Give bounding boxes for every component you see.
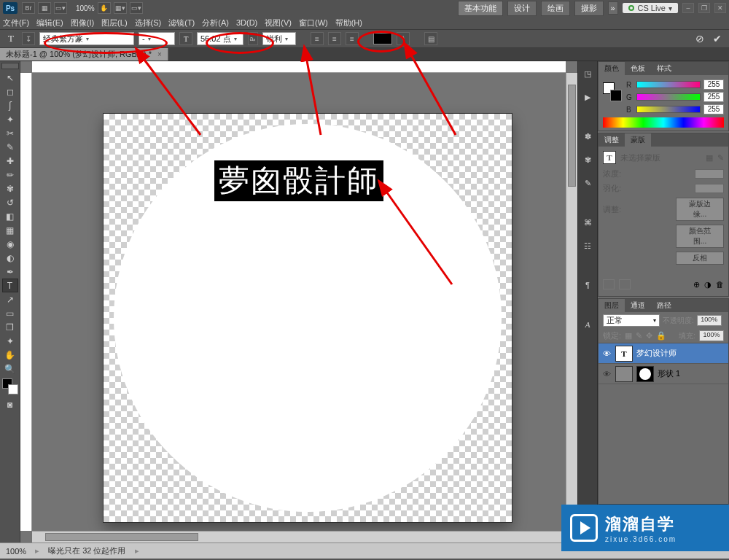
- lock-all-icon[interactable]: 🔒: [656, 331, 666, 341]
- bridge-icon[interactable]: Br: [22, 2, 35, 14]
- color-range-button[interactable]: 颜色范围...: [676, 225, 724, 248]
- screen-mode-icon[interactable]: ▭▾: [130, 2, 143, 14]
- color-swap-icon[interactable]: [2, 378, 18, 394]
- menu-3d[interactable]: 3D(D): [236, 18, 257, 27]
- lock-paint-icon[interactable]: ✎: [636, 331, 642, 341]
- mask-foot-2-icon[interactable]: [619, 279, 631, 289]
- cs-live[interactable]: CS Live ▾: [623, 3, 678, 13]
- menu-window[interactable]: 窗口(W): [299, 18, 328, 28]
- canvas[interactable]: 夢囪骰計師: [104, 114, 512, 522]
- eyedropper-tool-icon[interactable]: ✎: [2, 140, 18, 154]
- text-color-swatch[interactable]: [373, 33, 392, 44]
- zoom-tool-icon[interactable]: 🔍: [2, 362, 18, 376]
- path-select-icon[interactable]: ↗: [2, 292, 18, 306]
- move-tool-icon[interactable]: ↖: [2, 71, 18, 85]
- layer-row-shape[interactable]: 👁 形状 1: [599, 364, 728, 384]
- menu-analysis[interactable]: 分析(A): [202, 18, 229, 28]
- window-min-icon[interactable]: –: [682, 3, 694, 13]
- brush-panel-icon[interactable]: ✽: [580, 128, 596, 144]
- menu-view[interactable]: 视图(V): [265, 18, 292, 28]
- color-spectrum[interactable]: [603, 117, 724, 128]
- cancel-edit-icon[interactable]: ⊘: [693, 31, 707, 46]
- 3d-tool-icon[interactable]: ❒: [2, 320, 18, 334]
- tab-layers[interactable]: 图层: [599, 299, 625, 312]
- layer-name-2[interactable]: 形状 1: [658, 368, 680, 379]
- char-a-icon[interactable]: A: [580, 316, 596, 332]
- tab-adjust[interactable]: 调整: [599, 133, 625, 147]
- menu-filter[interactable]: 滤镜(T): [168, 18, 195, 28]
- vector-mask-icon[interactable]: ✎: [717, 153, 724, 163]
- g-slider[interactable]: [636, 93, 701, 101]
- menu-file[interactable]: 文件(F): [3, 18, 29, 28]
- ruler-horizontal[interactable]: [32, 61, 566, 73]
- mask-trash-icon[interactable]: 🗑: [716, 280, 724, 289]
- mask-edge-button[interactable]: 蒙版边缘...: [676, 198, 724, 221]
- blend-mode-select[interactable]: 正常▾: [603, 314, 660, 327]
- lock-pos-icon[interactable]: ✥: [646, 331, 652, 341]
- font-family-select[interactable]: 经典繁方篆▾: [39, 32, 134, 45]
- type-tool-icon[interactable]: T: [2, 279, 18, 292]
- menu-select[interactable]: 选择(S): [135, 18, 162, 28]
- pixel-mask-icon[interactable]: ▦: [706, 153, 713, 163]
- history-panel-icon[interactable]: ◳: [580, 66, 596, 82]
- character-panel-icon[interactable]: ▤: [424, 32, 437, 45]
- density-value[interactable]: [695, 169, 724, 179]
- panel-color-swap[interactable]: [603, 82, 622, 101]
- g-value[interactable]: 255: [703, 92, 724, 102]
- workspace-more[interactable]: »: [608, 1, 618, 15]
- warp-text-icon[interactable]: ⌇: [397, 32, 410, 45]
- mini-bridge-icon[interactable]: ▦: [38, 2, 51, 14]
- heal-tool-icon[interactable]: ✚: [2, 154, 18, 168]
- pen-tool-icon[interactable]: ✒: [2, 265, 18, 279]
- shape-tool-icon[interactable]: ▭: [2, 306, 18, 320]
- scrollbar-horizontal[interactable]: [32, 531, 577, 542]
- marquee-tool-icon[interactable]: ◻: [2, 85, 18, 98]
- antialias-select[interactable]: 锐利▾: [262, 32, 296, 45]
- mask-link-icon[interactable]: ⊕: [693, 280, 700, 289]
- gradient-tool-icon[interactable]: ▦: [2, 223, 18, 237]
- brush-presets-icon[interactable]: ✎: [580, 175, 596, 191]
- actions-panel-icon[interactable]: ▶: [580, 89, 596, 105]
- opacity-value[interactable]: 100%: [697, 315, 722, 326]
- mask-apply-icon[interactable]: ◑: [704, 280, 712, 289]
- tab-styles[interactable]: 样式: [651, 62, 677, 75]
- font-style-select[interactable]: -▾: [139, 32, 175, 45]
- status-zoom[interactable]: 100%: [6, 547, 26, 556]
- r-slider[interactable]: [636, 81, 701, 88]
- lock-trans-icon[interactable]: ▦: [625, 331, 632, 341]
- align-center-icon[interactable]: ≡: [328, 32, 341, 45]
- menu-image[interactable]: 图像(I): [71, 18, 94, 28]
- text-orientation-icon[interactable]: ↧: [22, 32, 35, 45]
- workspace-photography[interactable]: 摄影: [574, 1, 604, 16]
- menu-layer[interactable]: 图层(L): [101, 18, 127, 28]
- hand-tool-icon[interactable]: ✋: [2, 348, 18, 362]
- layer-visibility-icon[interactable]: 👁: [601, 349, 612, 359]
- window-close-icon[interactable]: ✕: [714, 3, 726, 13]
- window-restore-icon[interactable]: ❐: [698, 3, 710, 13]
- workspace-design[interactable]: 设计: [507, 1, 537, 16]
- commit-edit-icon[interactable]: ✔: [710, 31, 725, 46]
- tab-swatches[interactable]: 色板: [625, 62, 651, 75]
- top-zoom[interactable]: 100%: [76, 4, 95, 12]
- wand-tool-icon[interactable]: ✦: [2, 112, 18, 126]
- align-left-icon[interactable]: ≡: [311, 32, 324, 45]
- para-panel-icon[interactable]: ☷: [580, 238, 596, 254]
- menu-help[interactable]: 帮助(H): [335, 18, 362, 28]
- history-brush-icon[interactable]: ↺: [2, 195, 18, 209]
- paragraph-panel-icon[interactable]: ¶: [580, 277, 596, 293]
- blur-tool-icon[interactable]: ◉: [2, 237, 18, 251]
- view-extras-icon[interactable]: ▭▾: [54, 2, 67, 14]
- tab-channels[interactable]: 通道: [625, 299, 651, 312]
- eraser-tool-icon[interactable]: ◧: [2, 209, 18, 223]
- document-tab[interactable]: 未标题-1 @ 100% (梦幻设计师, RGB/8) *×: [0, 48, 168, 61]
- 3d-camera-icon[interactable]: ✦: [2, 334, 18, 348]
- font-size-select[interactable]: 56.02 点▾: [197, 32, 243, 45]
- viewport[interactable]: 夢囪骰計師: [32, 73, 566, 531]
- tool-preset-icon[interactable]: T: [4, 31, 17, 46]
- arrange-icon[interactable]: ▦▾: [114, 2, 127, 14]
- mask-foot-1-icon[interactable]: [603, 279, 615, 289]
- tab-paths[interactable]: 路径: [651, 299, 677, 312]
- char-panel-icon[interactable]: ⌘: [580, 214, 596, 230]
- lasso-tool-icon[interactable]: ʃ: [2, 98, 18, 112]
- tab-color[interactable]: 颜色: [599, 62, 625, 75]
